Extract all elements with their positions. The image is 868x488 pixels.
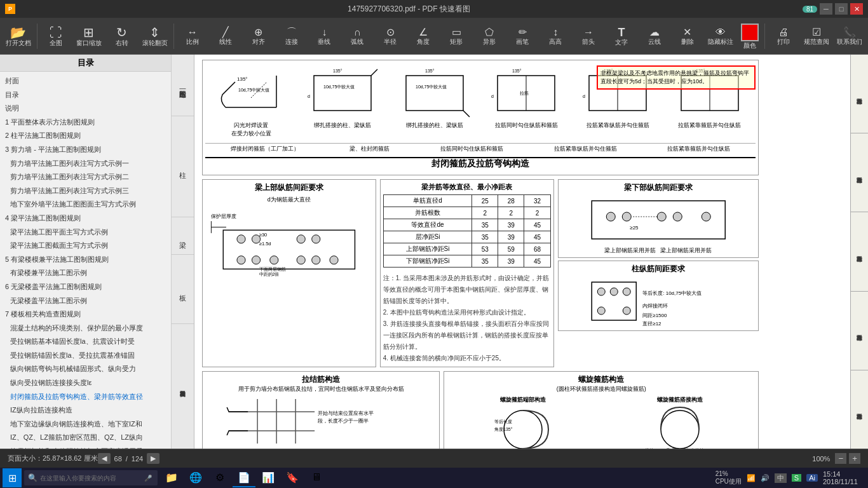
taskbar-file-explorer[interactable]: 📁 [160, 468, 183, 487]
height-button[interactable]: ↕ 高高 [539, 19, 571, 53]
arrow-button[interactable]: → 箭头 [573, 19, 604, 53]
ime-zh[interactable]: 中 [775, 473, 787, 483]
contact-icon: 📞 [843, 27, 856, 37]
svg-text:d: d [308, 94, 310, 98]
toc-item-desc[interactable]: 说明 [0, 102, 171, 116]
angle-button[interactable]: ∠ 角度 [407, 19, 439, 53]
toc-item-6[interactable]: 6 无梁楼盖平法施工图制图规则 [0, 280, 171, 294]
taskbar-pdf-app[interactable]: 📄 [233, 468, 255, 487]
page-current: 68 [114, 455, 122, 463]
window-zoom-button[interactable]: ⊞ 窗口缩放 [73, 19, 105, 53]
toc-item-6-1[interactable]: 无梁楼盖平法施工图示例 [0, 294, 171, 308]
toc-item-5-1[interactable]: 有梁楼兼平法施工图示例 [0, 266, 171, 280]
text-button[interactable]: T 文字 [606, 19, 637, 53]
taskbar-browser[interactable]: 🌐 [184, 468, 207, 487]
ratio-button[interactable]: ↔ 比例 [177, 19, 208, 53]
print-button[interactable]: 🖨 打印 [768, 19, 799, 53]
taskbar-settings[interactable]: ⚙ [208, 468, 231, 487]
zoom-in-button[interactable]: + [849, 453, 860, 464]
arc-icon: ∩ [354, 27, 362, 37]
next-page-button[interactable]: ▶ [147, 453, 159, 464]
toc-item-3-3[interactable]: 剪力墙平法施工图列表注写方式示例三 [0, 184, 171, 198]
rotate-button[interactable]: ↻ 右转 [106, 19, 138, 53]
label-beam-col-stirrup: 梁、柱封闭箍筋 [349, 145, 390, 153]
toc-item-7-1[interactable]: 混凝土结构的环境类别、保护层的最小厚度 [0, 322, 171, 336]
toc-item-7-4[interactable]: 纵向钢筋弯钩与机械锚固形式、纵向受力 [0, 362, 171, 376]
toc-item-3-2[interactable]: 剪力墙平法施工图列表注写方式示例二 [0, 170, 171, 184]
angle-icon: ∠ [419, 27, 428, 37]
toc-list[interactable]: 封面 目录 说明 1 平面整体表示方法制图规则 2 柱平法施工图制图规则 3 剪… [0, 72, 171, 449]
page-navigation[interactable]: ◀ 68 / 124 ▶ [98, 453, 160, 464]
arc-button[interactable]: ∩ 弧线 [341, 19, 373, 53]
radius-button[interactable]: ⊙ 半径 [374, 19, 406, 53]
frs-4: 标准构造详图 [851, 292, 868, 370]
toc-item-7-3[interactable]: 受拉钢筋锚固长度la、受拉抗震基准锚固 [0, 349, 171, 363]
toc-item-cover[interactable]: 封面 [0, 74, 171, 88]
shape-button[interactable]: ⬠ 异形 [473, 19, 505, 53]
ai-label[interactable]: Ai [806, 474, 818, 482]
far-right-strip: 标准构造详图 标准构造详图 标准构造详图 标准构造详图 标准构造详图 [850, 55, 868, 449]
toc-item-5[interactable]: 5 有梁楼模兼平法施工图制图规则 [0, 253, 171, 267]
toc-item-7-8[interactable]: 地下室边缘纵向钢筋连接构造、地下室IZ和 [0, 417, 171, 431]
spiral-title: 螺旋箍筋构造 [447, 374, 756, 385]
plumb-label: 垂线 [318, 39, 330, 45]
align-button[interactable]: ⊕ 对齐 [243, 19, 275, 53]
taskbar-app5[interactable]: 🔖 [281, 468, 304, 487]
svg-text:≥1.5d: ≥1.5d [259, 241, 271, 247]
pdf-area[interactable]: 135° 10d,75中较大值 闪光对焊设置在受力较小位置 135° 10d,7… [194, 55, 850, 449]
norm-check-button[interactable]: ☑ 规范查阅 [801, 19, 832, 53]
hide-mark-button[interactable]: 👁 隐藏标注 [705, 19, 736, 53]
toc-item-7-2[interactable]: 受拉钢筋基本锚固长度la、抗震设计时受 [0, 335, 171, 349]
toc-item-4[interactable]: 4 梁平法施工图制图规则 [0, 212, 171, 226]
search-box[interactable]: 🔍 🎤 [24, 470, 158, 485]
cloud-button[interactable]: ☁ 云线 [639, 19, 670, 53]
section-general: 一般构造详图 [172, 55, 194, 116]
taskbar-pdf2[interactable]: 📊 [257, 468, 280, 487]
frs-3: 标准构造详图 [851, 212, 868, 291]
fullscreen-button[interactable]: ⛶ 全图 [40, 19, 72, 53]
maximize-button[interactable]: □ [835, 3, 848, 15]
svg-text:等后长度: 10d,75中较大值: 等后长度: 10d,75中较大值 [642, 290, 702, 296]
search-input[interactable] [40, 475, 142, 482]
linear-button[interactable]: ╱ 线性 [210, 19, 241, 53]
close-button[interactable]: ✕ [850, 3, 863, 15]
toc-item-1[interactable]: 1 平面整体表示方法制图规则 [0, 116, 171, 130]
toc-item-toc[interactable]: 目录 [0, 88, 171, 102]
table-r2-v3: 45 [524, 219, 550, 231]
toc-item-7-7[interactable]: IZ纵向拉筋连接构造 [0, 403, 171, 417]
toc-item-2[interactable]: 2 柱平法施工图制图规则 [0, 129, 171, 143]
toc-item-3-4[interactable]: 地下室外墙平法施工图图面主写方式示例 [0, 198, 171, 212]
toc-item-4-1[interactable]: 梁平法施工图平面主写方式示例 [0, 226, 171, 240]
toc-item-4-2[interactable]: 梁平法施工图截面主写方式示例 [0, 239, 171, 253]
minimize-button[interactable]: ─ [820, 3, 832, 15]
zoom-out-button[interactable]: − [835, 453, 846, 464]
connect-button[interactable]: ⌒ 连接 [276, 19, 308, 53]
toc-item-3[interactable]: 3 剪力墙 - 平法施工图制图规则 [0, 143, 171, 157]
mic-icon: 🎤 [144, 475, 152, 482]
svg-point-55 [623, 307, 630, 315]
scroll-button[interactable]: ⇕ 滚轮翻页 [139, 19, 171, 53]
svg-text:135°: 135° [333, 69, 342, 73]
open-button[interactable]: 📂 打开文档 [3, 19, 34, 53]
toc-item-7-9[interactable]: IZ、QZ、LZ箍筋加密区范围、QZ、LZ纵向 [0, 431, 171, 445]
delete-button[interactable]: ✕ 删除 [672, 19, 703, 53]
table-r1-v2: 2 [498, 207, 524, 219]
toolbar: 📂 打开文档 ⛶ 全图 ⊞ 窗口缩放 ↻ 右转 ⇕ 滚轮翻页 ↔ 比例 ╱ 线性… [0, 18, 868, 55]
prev-page-button[interactable]: ◀ [98, 453, 111, 464]
toc-item-3-1[interactable]: 剪力墙平法施工图列表注写方式示例一 [0, 157, 171, 171]
taskbar-app6[interactable]: 🖥 [305, 468, 328, 487]
annotation-text: 非框架梁以及不考虑地震作用的悬挑梁，箍筋及拉筋弯钩平直段长度可为5d；当其受扭时… [600, 70, 749, 85]
color-button[interactable]: 颜色 [738, 19, 762, 53]
toc-item-7-5[interactable]: 纵向受拉钢筋连接接头度lε [0, 376, 171, 390]
toc-item-7[interactable]: 7 楼板相关构造查图规则 [0, 308, 171, 322]
start-button[interactable]: ⊞ [3, 468, 22, 487]
pen-button[interactable]: ✏ 画笔 [506, 19, 538, 53]
table-notes: 注：1. 当采用本图未涉及的并筋形式时，由设计确定，并筋等效直径的概念可用于本图… [383, 273, 551, 364]
plumb-button[interactable]: ↓ 垂线 [308, 19, 340, 53]
connect-icon: ⌒ [287, 27, 297, 37]
toc-item-7-10[interactable]: 抗震框架柱和小偏距箍筋加密区高度适用柔 [0, 445, 171, 449]
rect-button[interactable]: ▭ 矩形 [440, 19, 472, 53]
arrow-label: 箭头 [582, 39, 595, 45]
toc-item-7-6[interactable]: 封闭箍筋及拉筋弯钩构造、梁并筋等效直径 [0, 390, 171, 404]
contact-button[interactable]: 📞 联系我们 [834, 19, 865, 53]
